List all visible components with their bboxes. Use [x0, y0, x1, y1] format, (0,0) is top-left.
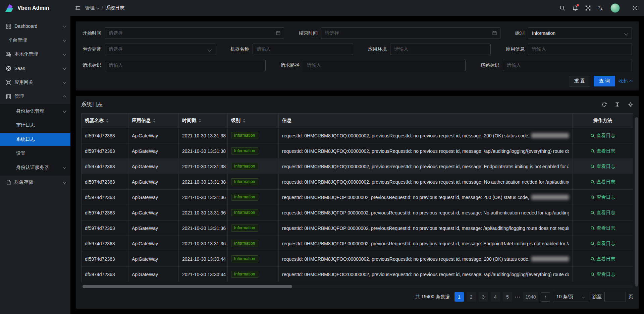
page-button-2[interactable]: 2 — [467, 292, 476, 302]
cell-message: requestId: 0HMCRBM8JQFOQ:00000002, previ… — [279, 174, 573, 189]
view-log-label: 查看日志 — [597, 164, 615, 170]
request-path-input[interactable]: 请输入 — [303, 60, 466, 71]
column-header-timestamp[interactable]: 时间戳 — [179, 114, 228, 128]
cell-timestamp: 2021-10-30 13:31:38 — [179, 174, 228, 189]
page-button-5[interactable]: 5 — [503, 292, 512, 302]
sort-carets-icon[interactable] — [106, 119, 109, 123]
row-height-icon[interactable] — [614, 102, 620, 108]
sidebar-item-identity[interactable]: 身份标识管理 — [0, 105, 70, 118]
page-button-1[interactable]: 1 — [454, 292, 464, 302]
start-time-date-picker[interactable]: 请选择 — [105, 27, 284, 39]
filter-field-start-time: 开始时间请选择 — [83, 27, 284, 39]
page-size-select[interactable]: 10 条/页 — [553, 292, 588, 302]
cell-app-info: ApiGateWay — [128, 221, 179, 236]
column-header-level[interactable]: 级别 — [228, 114, 279, 128]
sidebar-item-system-log[interactable]: 系统日志 — [0, 133, 70, 146]
app-info-input[interactable]: 请输入 — [528, 44, 632, 55]
request-id-input[interactable]: 请输入 — [105, 60, 266, 71]
gear-icon[interactable] — [629, 0, 641, 16]
query-button[interactable]: 查 询 — [594, 76, 615, 86]
view-log-link[interactable]: 查看日志 — [590, 179, 615, 185]
app-env-input[interactable]: 请输入 — [390, 44, 491, 55]
view-log-link[interactable]: 查看日志 — [590, 271, 615, 277]
sidebar-item-auth-server[interactable]: 身份认证服务器 — [0, 161, 70, 174]
chevron-up-icon — [63, 95, 66, 99]
view-log-link[interactable]: 查看日志 — [590, 225, 615, 231]
machine-name-input[interactable]: 请输入 — [253, 44, 353, 55]
cell-actions: 查看日志 — [573, 236, 633, 251]
has-exception-select[interactable]: 请选择 — [105, 44, 215, 55]
logo[interactable]: Vben Admin — [0, 0, 70, 16]
pagination-ellipsis[interactable]: ••• — [515, 295, 521, 299]
trace-id-input[interactable]: 请输入 — [503, 60, 632, 71]
page-button-3[interactable]: 3 — [479, 292, 488, 302]
next-page-button[interactable] — [541, 292, 550, 302]
end-time-date-picker[interactable]: 请选择 — [321, 27, 500, 39]
cell-app-info: ApiGateWay — [128, 251, 179, 266]
view-log-link[interactable]: 查看日志 — [590, 194, 615, 200]
cell-message: requestId: 0HMCRBM8JQFOP:00000002, previ… — [279, 190, 573, 205]
level-select[interactable]: Information — [528, 27, 632, 39]
gear-icon[interactable] — [628, 102, 633, 108]
sort-carets-icon[interactable] — [153, 119, 156, 123]
breadcrumb-root[interactable]: 管理 — [85, 5, 99, 11]
search-icon[interactable] — [556, 0, 569, 16]
column-header-machine-name[interactable]: 机器名称 — [82, 114, 128, 128]
cell-app-info: ApiGateWay — [128, 205, 179, 220]
cell-app-info: ApiGateWay — [128, 159, 179, 174]
sort-carets-icon[interactable] — [243, 119, 246, 123]
sidebar-item-gateway[interactable]: 应用网关 — [0, 76, 70, 89]
fullscreen-icon[interactable] — [582, 0, 594, 16]
sidebar-item-audit-log[interactable]: 审计日志 — [0, 119, 70, 132]
search-icon — [590, 164, 595, 169]
cell-machine-name: df5974d72363 — [82, 190, 128, 205]
horizontal-scrollbar-thumb[interactable] — [83, 285, 292, 288]
svg-text:A: A — [600, 7, 603, 11]
view-log-link[interactable]: 查看日志 — [590, 164, 615, 170]
table-row: df5974d72363ApiGateWay2021-10-30 13:30:4… — [82, 266, 633, 282]
translate-icon[interactable]: 文A — [594, 0, 607, 16]
view-log-link[interactable]: 查看日志 — [590, 256, 615, 262]
cell-app-info: ApiGateWay — [128, 236, 179, 251]
sidebar-item-localization[interactable]: 本地化管理 — [0, 48, 70, 61]
page-button-1940[interactable]: 1940 — [523, 292, 538, 302]
table-row: df5974d72363ApiGateWay2021-10-30 13:30:4… — [82, 251, 633, 266]
chevron-down-icon — [624, 32, 628, 35]
cell-actions: 查看日志 — [573, 143, 633, 159]
table-header-row: 机器名称应用信息时间戳级别信息操作方法 — [82, 114, 633, 128]
menu-fold-icon[interactable] — [70, 0, 85, 16]
view-log-label: 查看日志 — [597, 271, 615, 277]
reset-button[interactable]: 重 置 — [569, 76, 590, 86]
sidebar-item-storage[interactable]: 对象存储 — [0, 176, 70, 189]
view-log-link[interactable]: 查看日志 — [590, 210, 615, 216]
cell-message: requestId: 0HMCRBM8JQFOO:00000002, previ… — [279, 267, 573, 282]
sidebar-item-management[interactable]: 管理 — [0, 90, 70, 103]
jump-label: 跳至 — [592, 294, 602, 300]
view-log-link[interactable]: 查看日志 — [590, 148, 615, 154]
vertical-scrollbar-thumb[interactable] — [635, 117, 638, 287]
app-root: Vben Admin Dashboard平台管理本地化管理Saas应用网关管理 … — [0, 0, 644, 314]
view-log-link[interactable]: 查看日志 — [590, 241, 615, 247]
sidebar-item-label: Dashboard — [14, 23, 60, 29]
jump-page-input[interactable] — [604, 292, 626, 302]
collapse-link[interactable]: 收起 — [619, 78, 632, 84]
filter-field-app-env: 应用环境请输入 — [368, 44, 491, 55]
breadcrumb: 管理 / 系统日志 — [85, 5, 124, 11]
sidebar-item-label: 管理 — [14, 93, 60, 100]
column-label: 应用信息 — [132, 118, 151, 124]
page-button-4[interactable]: 4 — [491, 292, 500, 302]
sidebar-item-platform[interactable]: 平台管理 — [0, 34, 70, 47]
sort-carets-icon[interactable] — [199, 119, 201, 123]
field-placeholder: 请输入 — [532, 46, 546, 52]
column-header-app-info[interactable]: 应用信息 — [128, 114, 179, 128]
sidebar-item-settings[interactable]: 设置 — [0, 147, 70, 160]
avatar[interactable] — [610, 3, 620, 13]
bell-icon[interactable] — [569, 0, 582, 16]
view-log-link[interactable]: 查看日志 — [590, 133, 615, 139]
message-text: requestId: 0HMCRBM8JQFOQ:00000002, previ… — [282, 179, 569, 185]
sidebar-item-saas[interactable]: Saas — [0, 62, 70, 75]
search-icon — [590, 241, 595, 246]
refresh-icon[interactable] — [601, 102, 607, 108]
sidebar-item-dashboard[interactable]: Dashboard — [0, 19, 70, 33]
filter-field-request-id: 请求标识请输入 — [83, 60, 266, 71]
